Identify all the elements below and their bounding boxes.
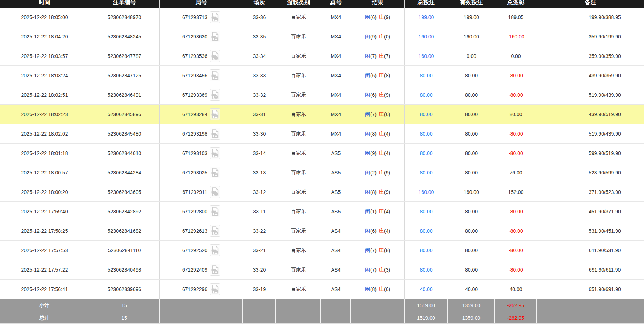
video-replay-button[interactable] — [210, 225, 220, 237]
session-cell: 33-34 — [243, 46, 276, 65]
valid-bet-cell: 160.00 — [448, 27, 495, 46]
summary-count-cell: 15 — [89, 299, 160, 312]
time-cell: 2025-12-22 18:04:20 — [0, 27, 89, 46]
total-bet-link[interactable]: 160.00 — [405, 27, 448, 46]
table-row[interactable]: 2025-12-22 18:02:02 523062845480 6712931… — [0, 124, 644, 144]
result-cell: 闲(6) 庄(9) — [351, 8, 405, 27]
banker-label: 庄 — [379, 189, 384, 195]
total-bet-link[interactable]: 80.00 — [405, 105, 448, 124]
video-replay-button[interactable] — [210, 283, 220, 295]
video-replay-button[interactable] — [210, 89, 220, 101]
summary-empty-cell — [321, 299, 351, 312]
session-cell: 33-13 — [243, 163, 276, 182]
session-cell: 33-12 — [243, 182, 276, 201]
payout-cell: 152.00 — [495, 182, 537, 201]
player-label: 闲 — [365, 247, 370, 254]
table-code-cell: MX4 — [321, 8, 351, 27]
banker-score: (9) — [384, 14, 390, 20]
player-score: (7) — [370, 267, 377, 273]
video-replay-button[interactable] — [210, 167, 220, 178]
summary-empty-cell — [351, 312, 405, 323]
video-replay-button[interactable] — [210, 128, 220, 140]
table-row[interactable]: 2025-12-22 18:01:18 523062844610 6712931… — [0, 144, 644, 163]
table-body: 2025-12-22 18:05:00 523062848970 6712937… — [0, 8, 644, 299]
table-row[interactable]: 2025-12-22 18:00:20 523062843605 6712929… — [0, 182, 644, 202]
result-cell: 闲(8) 庄(6) — [351, 280, 405, 299]
total-bet-link[interactable]: 40.00 — [405, 280, 448, 299]
total-bet-link[interactable]: 80.00 — [405, 85, 448, 104]
banker-score: (9) — [384, 189, 390, 195]
column-header-7: 结果 — [351, 0, 405, 8]
video-file-icon — [211, 129, 219, 138]
total-bet-link[interactable]: 80.00 — [405, 124, 448, 143]
time-cell: 2025-12-22 17:59:40 — [0, 202, 89, 221]
banker-label: 庄 — [379, 72, 384, 79]
column-header-1: 时间 — [0, 0, 89, 8]
column-header-11: 备注 — [537, 0, 644, 8]
total-bet-link[interactable]: 80.00 — [405, 144, 448, 163]
valid-bet-cell: 199.00 — [448, 8, 495, 27]
result-cell: 闲(2) 庄(9) — [351, 163, 405, 182]
time-cell: 2025-12-22 17:57:53 — [0, 241, 89, 260]
game-type-cell: 百家乐 — [276, 221, 321, 240]
summary-valid-bet-cell: 1359.00 — [448, 312, 495, 323]
payout-cell: -80.00 — [495, 241, 537, 260]
summary-empty-cell — [160, 299, 243, 312]
time-cell: 2025-12-22 18:02:23 — [0, 105, 89, 124]
valid-bet-cell: 80.00 — [448, 85, 495, 104]
table-row[interactable]: 2025-12-22 18:00:57 523062844284 6712930… — [0, 163, 644, 182]
table-row[interactable]: 2025-12-22 17:56:41 523062839696 6712922… — [0, 280, 644, 299]
video-replay-button[interactable] — [210, 264, 220, 276]
video-file-icon — [211, 149, 219, 158]
round-number-cell: 671293369 — [160, 85, 243, 104]
round-number-cell: 671293198 — [160, 124, 243, 143]
table-row[interactable]: 2025-12-22 18:02:51 523062846491 6712933… — [0, 85, 644, 105]
video-replay-button[interactable] — [210, 69, 220, 81]
video-replay-button[interactable] — [210, 186, 220, 198]
table-row[interactable]: 2025-12-22 18:02:23 523062845895 6712932… — [0, 105, 644, 124]
table-row[interactable]: 2025-12-22 17:59:40 523062842892 6712928… — [0, 202, 644, 221]
table-row[interactable]: 2025-12-22 18:03:24 523062847125 6712934… — [0, 66, 644, 85]
time-cell: 2025-12-22 18:02:02 — [0, 124, 89, 143]
video-file-icon — [211, 51, 219, 60]
player-label: 闲 — [365, 111, 370, 118]
table-row[interactable]: 2025-12-22 17:57:53 523062841110 6712925… — [0, 241, 644, 260]
video-replay-button[interactable] — [210, 147, 220, 159]
banker-label: 庄 — [379, 208, 384, 215]
game-type-cell: 百家乐 — [276, 202, 321, 221]
total-bet-link[interactable]: 80.00 — [405, 221, 448, 240]
table-row[interactable]: 2025-12-22 18:05:00 523062848970 6712937… — [0, 8, 644, 27]
table-row[interactable]: 2025-12-22 18:04:20 523062848245 6712936… — [0, 27, 644, 46]
total-bet-link[interactable]: 199.00 — [405, 8, 448, 27]
table-row[interactable]: 2025-12-22 17:57:22 523062840498 6712924… — [0, 260, 644, 280]
table-row[interactable]: 2025-12-22 17:58:25 523062841682 6712926… — [0, 221, 644, 241]
payout-cell: -80.00 — [495, 260, 537, 279]
video-replay-button[interactable] — [210, 11, 220, 23]
total-bet-link[interactable]: 80.00 — [405, 66, 448, 85]
total-bet-link[interactable]: 80.00 — [405, 260, 448, 279]
session-cell: 33-32 — [243, 85, 276, 104]
video-replay-button[interactable] — [210, 205, 220, 217]
total-bet-link[interactable]: 160.00 — [405, 46, 448, 65]
video-replay-button[interactable] — [210, 108, 220, 120]
total-bet-link[interactable]: 80.00 — [405, 241, 448, 260]
video-replay-button[interactable] — [210, 244, 220, 256]
valid-bet-cell: 80.00 — [448, 144, 495, 163]
game-type-cell: 百家乐 — [276, 124, 321, 143]
bet-number-cell: 523062843605 — [89, 182, 160, 201]
video-replay-button[interactable] — [210, 31, 220, 42]
table-code-cell: MX4 — [321, 124, 351, 143]
banker-score: (6) — [384, 286, 390, 292]
total-bet-link[interactable]: 160.00 — [405, 182, 448, 201]
video-replay-button[interactable] — [210, 50, 220, 62]
total-bet-link[interactable]: 80.00 — [405, 163, 448, 182]
game-type-cell: 百家乐 — [276, 46, 321, 65]
column-header-4: 场次 — [243, 0, 276, 8]
result-cell: 闲(8) 庄(9) — [351, 182, 405, 201]
table-row[interactable]: 2025-12-22 18:03:57 523062847787 6712935… — [0, 46, 644, 66]
valid-bet-cell: 80.00 — [448, 105, 495, 124]
remark-cell: 199.90/388.95 — [537, 8, 644, 27]
total-bet-link[interactable]: 80.00 — [405, 202, 448, 221]
round-number: 671293103 — [182, 150, 207, 156]
summary-empty-cell — [243, 312, 276, 323]
